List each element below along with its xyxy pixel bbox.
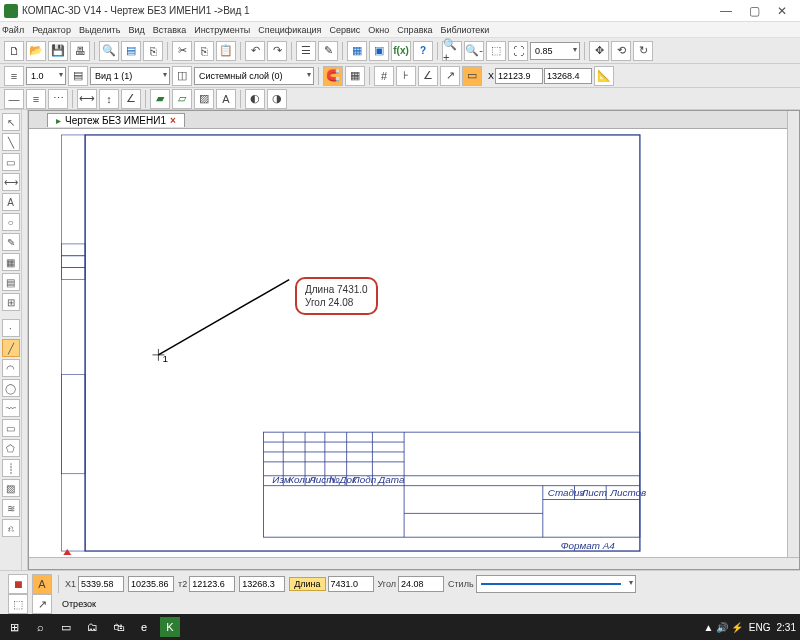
dim1-button[interactable]: ⟷ [77,89,97,109]
circle-tool[interactable]: ○ [2,213,20,231]
menu-insert[interactable]: Вставка [153,25,186,35]
fx-button[interactable]: f(x) [391,41,411,61]
menu-libs[interactable]: Библиотеки [441,25,490,35]
zoom-combo[interactable]: 0.85 [530,42,580,60]
menu-edit[interactable]: Редактор [32,25,71,35]
canvas-viewport[interactable]: ▸ Чертеж БЕЗ ИМЕНИ1 × [28,110,800,570]
misc1-button[interactable]: ◐ [245,89,265,109]
point-tool[interactable]: · [2,319,20,337]
zoomfit-button[interactable]: ⛶ [508,41,528,61]
zoomwin-button[interactable]: ⬚ [486,41,506,61]
segment-tool[interactable]: ╱ [2,339,20,357]
table-tool[interactable]: ▦ [2,253,20,271]
tray-lang[interactable]: ENG [749,622,771,633]
props-button[interactable]: ☰ [296,41,316,61]
spline-tool[interactable]: 〰 [2,399,20,417]
linestyle-combo[interactable] [476,575,636,593]
vars-button[interactable]: ▦ [347,41,367,61]
style3-button[interactable]: ⋯ [48,89,68,109]
maximize-button[interactable]: ▢ [740,2,768,20]
spec-tool[interactable]: ▤ [2,273,20,291]
shapes-tool[interactable]: ▭ [2,153,20,171]
start-button[interactable]: ⊞ [4,617,24,637]
document-tab[interactable]: ▸ Чертеж БЕЗ ИМЕНИ1 × [47,113,185,127]
menu-help[interactable]: Справка [397,25,432,35]
paste-button[interactable]: 📋 [216,41,236,61]
equid-tool[interactable]: ≋ [2,499,20,517]
text-button[interactable]: A [216,89,236,109]
kompas-task-icon[interactable]: K [160,617,180,637]
refresh-button[interactable]: ↻ [633,41,653,61]
print-button[interactable]: 🖶 [70,41,90,61]
x1-input[interactable] [78,576,124,592]
fill1-button[interactable]: ▰ [150,89,170,109]
coord-y[interactable] [544,68,592,84]
layer-combo[interactable]: Системный слой (0) [194,67,314,85]
stop-button[interactable]: ⏹ [8,574,28,594]
line-tool[interactable]: ╲ [2,133,20,151]
open-button[interactable]: 📂 [26,41,46,61]
arc-tool[interactable]: ◠ [2,359,20,377]
layers-button[interactable]: ▤ [68,66,88,86]
length-input[interactable] [328,576,374,592]
redo-button[interactable]: ↷ [267,41,287,61]
minimize-button[interactable]: — [712,2,740,20]
poly-tool[interactable]: ⬠ [2,439,20,457]
menu-tools[interactable]: Инструменты [194,25,250,35]
search-icon[interactable]: ⌕ [30,617,50,637]
snap-button[interactable]: 🧲 [323,66,343,86]
drawing-canvas[interactable]: Изм Колич Лист №Док Подп Дата Стадия Лис… [47,129,785,555]
menu-view[interactable]: Вид [128,25,144,35]
cont-tool[interactable]: ⎌ [2,519,20,537]
coord-x[interactable] [495,68,543,84]
y2-input[interactable] [239,576,285,592]
style2-button[interactable]: ≡ [26,89,46,109]
cursor-tool[interactable]: ↖ [2,113,20,131]
rect-tool[interactable]: ▭ [2,419,20,437]
dims-tool[interactable]: ⟷ [2,173,20,191]
lineweight-combo[interactable]: 1.0 [26,67,66,85]
style1-button[interactable]: — [4,89,24,109]
tab-close-icon[interactable]: × [170,115,176,126]
new-button[interactable]: 🗋 [4,41,24,61]
measure-button[interactable]: 📐 [594,66,614,86]
grid-button[interactable]: ▦ [345,66,365,86]
zoomin-button[interactable]: 🔍+ [442,41,462,61]
menu-spec[interactable]: Спецификация [258,25,321,35]
param-button[interactable]: ▭ [462,66,482,86]
menu-window[interactable]: Окно [368,25,389,35]
close-button[interactable]: ✕ [768,2,796,20]
save-button[interactable]: 💾 [48,41,68,61]
snap2-button[interactable]: # [374,66,394,86]
dim2-button[interactable]: ↕ [99,89,119,109]
menu-select[interactable]: Выделить [79,25,121,35]
dim3-button[interactable]: ∠ [121,89,141,109]
rotate-button[interactable]: ⟲ [611,41,631,61]
misc2-button[interactable]: ◑ [267,89,287,109]
geom-mode-button[interactable]: ⬚ [8,594,28,614]
hatch2-tool[interactable]: ▨ [2,479,20,497]
vertical-scrollbar[interactable] [787,111,799,569]
layermgr-button[interactable]: ◫ [172,66,192,86]
styles-button[interactable]: ✎ [318,41,338,61]
angle-input[interactable] [398,576,444,592]
auxline-tool[interactable]: ┊ [2,459,20,477]
mode2-button[interactable]: ↗ [32,594,52,614]
store-icon[interactable]: 🛍 [108,617,128,637]
pan-button[interactable]: ✥ [589,41,609,61]
browser-icon[interactable]: e [134,617,154,637]
spec-button[interactable]: ⎘ [143,41,163,61]
auto-button[interactable]: A [32,574,52,594]
horizontal-scrollbar[interactable] [29,557,799,569]
tray-icons[interactable]: ▲ 🔊 ⚡ [703,622,742,633]
system-tray[interactable]: ▲ 🔊 ⚡ ENG 2:31 [703,622,796,633]
y1-input[interactable] [128,576,174,592]
polar-button[interactable]: ∠ [418,66,438,86]
ltype-button[interactable]: ≡ [4,66,24,86]
undo-button[interactable]: ↶ [245,41,265,61]
text-tool[interactable]: A [2,193,20,211]
views-tool[interactable]: ⊞ [2,293,20,311]
fill2-button[interactable]: ▱ [172,89,192,109]
menu-service[interactable]: Сервис [330,25,361,35]
explorer-icon[interactable]: 🗂 [82,617,102,637]
